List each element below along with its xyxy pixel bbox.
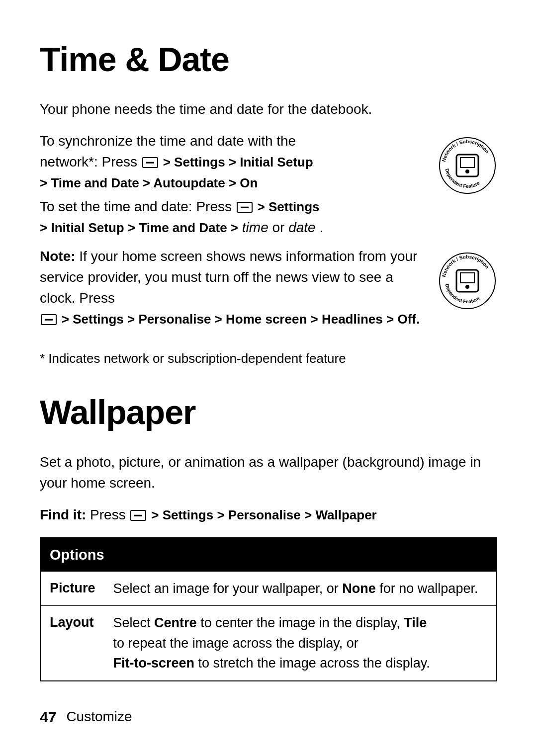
findit-path2: > Settings > Personalise > Wallpaper [151, 507, 377, 522]
set-end: . [319, 220, 323, 235]
options-table: Options Picture Select an image for your… [40, 537, 497, 681]
layout-bold3: Fit-to-screen [113, 656, 195, 671]
set-path2: > Initial Setup > Time and Date > [40, 220, 238, 235]
timedate-heading: Time & Date [40, 35, 497, 84]
sync-text-block: To synchronize the time and date with th… [40, 131, 428, 241]
wallpaper-section: Wallpaper Set a photo, picture, or anima… [40, 388, 497, 681]
note-body: If your home screen shows news informati… [40, 249, 417, 306]
network-badge-2: Network / Subscription Dependent Feature [438, 251, 497, 311]
note-paragraph: Note: If your home screen shows news inf… [40, 246, 428, 330]
sync-path2: > Settings > Initial Setup [163, 155, 313, 169]
menu-key-icon2 [237, 202, 253, 213]
picture-option-desc: Select an image for your wallpaper, or N… [104, 571, 497, 606]
wallpaper-para1: Set a photo, picture, or animation as a … [40, 452, 497, 494]
page-number: 47 [40, 706, 56, 728]
layout-option-desc: Select Centre to center the image in the… [104, 606, 497, 681]
picture-desc-before: Select an image for your wallpaper, or [113, 581, 343, 596]
set-or: or [272, 220, 289, 235]
note-path: > Settings > Personalise > Home screen >… [62, 312, 420, 327]
set-path1: > Settings [258, 199, 320, 214]
network-badge-1: Network / Subscription Dependent Feature [438, 136, 497, 195]
menu-key-icon3 [41, 314, 57, 325]
sync-row: To synchronize the time and date with th… [40, 131, 497, 241]
set-italic2: date [288, 220, 316, 235]
wallpaper-heading: Wallpaper [40, 388, 497, 437]
table-header-cell: Options [40, 538, 497, 572]
svg-text:Dependent Feature: Dependent Feature [444, 283, 481, 304]
svg-point-4 [465, 169, 469, 173]
layout-mid1: to center the image in the display, [197, 615, 404, 630]
footer-label: Customize [66, 707, 132, 727]
network-badge-svg-1: Network / Subscription Dependent Feature [438, 136, 497, 195]
layout-before: Select [113, 615, 155, 630]
note-block: Note: If your home screen shows news inf… [40, 246, 497, 340]
picture-option-name: Picture [40, 571, 104, 606]
svg-rect-3 [460, 158, 474, 168]
sync-network-label: network*: Press [40, 154, 137, 169]
note-label: Note: [40, 249, 76, 264]
table-row-picture: Picture Select an image for your wallpap… [40, 571, 497, 606]
sync-intro-text: To synchronize the time and date with th… [40, 133, 296, 149]
layout-bold1: Centre [154, 615, 197, 630]
page-content: Time & Date Your phone needs the time an… [40, 35, 497, 728]
timedate-para1: Your phone needs the time and date for t… [40, 99, 497, 120]
picture-desc-bold: None [342, 581, 376, 596]
picture-desc-after: for no wallpaper. [376, 581, 478, 596]
svg-point-10 [465, 285, 469, 289]
svg-text:Dependent Feature: Dependent Feature [444, 168, 481, 189]
layout-bold2: Tile [404, 615, 427, 630]
layout-option-name: Layout [40, 606, 104, 681]
findit-label: Find it: [40, 507, 86, 522]
sync-path3: > Time and Date > Autoupdate > On [40, 175, 258, 190]
sync-intro: To synchronize the time and date with th… [40, 131, 428, 193]
note-text-block: Note: If your home screen shows news inf… [40, 246, 428, 340]
svg-rect-9 [460, 273, 474, 283]
findit-press: Press [90, 507, 126, 522]
table-header-row: Options [40, 538, 497, 572]
layout-mid2: to repeat the image across the display, … [113, 636, 358, 651]
findit-line: Find it: Press > Settings > Personalise … [40, 504, 497, 525]
menu-key-icon1 [142, 157, 158, 168]
table-row-layout: Layout Select Centre to center the image… [40, 606, 497, 681]
set-time-text: To set the time and date: Press > Settin… [40, 196, 428, 238]
menu-key-icon4 [130, 510, 146, 521]
set-italic1: time [242, 220, 268, 235]
network-badge-svg-2: Network / Subscription Dependent Feature [438, 251, 497, 311]
page-footer: 47 Customize [40, 706, 497, 728]
layout-after: to stretch the image across the display. [194, 656, 430, 671]
set-intro-text: To set the time and date: Press [40, 199, 232, 214]
asterisk-note: * Indicates network or subscription-depe… [40, 349, 497, 368]
